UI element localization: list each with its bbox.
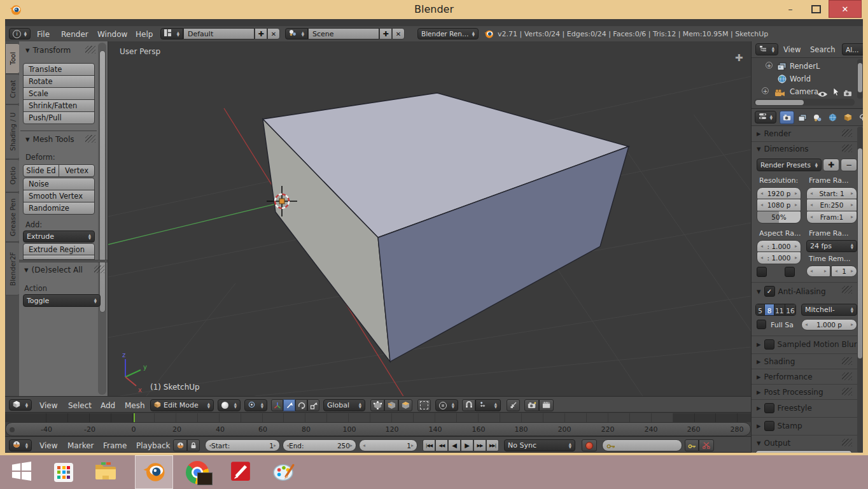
aspect-y-field[interactable]: ◂: 1.000▸ [757,252,801,264]
tab-options[interactable]: Optio [5,159,20,192]
pivot-point-dropdown[interactable]: ▲▼ [244,399,267,411]
aspect-x-field[interactable]: ◂: 1.000▸ [757,240,801,252]
menu-timeline-frame[interactable]: Frame [103,440,127,451]
panel-grip[interactable] [842,129,852,137]
toolshelf-scrollbar-thumb[interactable] [99,50,106,313]
outliner-hscrollbar[interactable] [754,99,855,106]
frame-step-field[interactable]: ◂Fram:1▸ [806,211,857,223]
aa-samples-8[interactable]: 8 [765,304,774,316]
file-explorer-button[interactable] [89,455,122,489]
frame-start-prop-field[interactable]: ◂Start: 1▸ [806,187,857,199]
expand-plus-icon[interactable]: + [766,62,773,69]
info-editor-type-button[interactable]: i ▲▼ [9,28,31,39]
outliner-item-label[interactable]: Camera [790,87,818,96]
increment-icon[interactable]: ▸ [350,443,353,448]
insert-keyframe-button[interactable] [685,439,699,451]
aa-filter-dropdown[interactable]: Mitchell- ▲▼ [801,304,857,316]
panel-header-freestyle[interactable]: ▶ Freestyle [757,403,812,413]
snap-target-button[interactable] [507,399,520,411]
anti-aliasing-checkbox[interactable]: ✓ [764,286,775,297]
crop-checkbox[interactable] [785,267,795,277]
resolution-y-field[interactable]: ◂1080 p▸ [757,199,801,211]
panel-grip[interactable] [842,145,852,152]
sketchup-taskbar-button[interactable] [221,455,260,489]
proportional-edit-dropdown[interactable]: ▲▼ [435,399,458,411]
outliner-item-label[interactable]: RenderL [790,62,820,71]
play-reverse-button[interactable]: ◀ [448,439,461,451]
properties-tab-scene[interactable] [810,111,825,124]
outliner-editor-type-button[interactable]: ▲▼ [755,43,778,55]
panel-grip[interactable] [842,357,852,365]
panel-header-performance[interactable]: ▶Performance [757,372,813,381]
aa-samples-11[interactable]: 11 [774,304,785,316]
panel-header-sampled-motion-blur[interactable]: ▶ Sampled Motion Blur [757,339,857,350]
outliner-row-world[interactable]: World [752,72,863,85]
resolution-x-field[interactable]: ◂1920 p▸ [757,187,801,199]
randomize-button[interactable]: Randomize [23,202,95,215]
viewport-3d[interactable]: z y x User Persp ✚ (1) SketchUp [108,41,751,396]
panel-header-anti-aliasing[interactable]: ▼ ✓ Anti-Aliasing [757,286,826,297]
expand-region-plus-icon[interactable]: ✚ [735,52,743,64]
panel-header-output[interactable]: ▼Output [757,439,790,448]
rotate-button[interactable]: Rotate [23,75,95,88]
outliner-menu-search[interactable]: Search [810,44,836,55]
preview-range-button[interactable] [173,439,187,451]
smooth-vertex-button[interactable]: Smooth Vertex [23,190,95,202]
action-dropdown[interactable]: Toggle ▲▼ [23,294,101,307]
aa-samples-16[interactable]: 16 [785,304,795,316]
manipulator-rotate-button[interactable] [295,399,307,411]
panel-header-render[interactable]: ▶Render [757,129,791,138]
add-layout-button[interactable]: ✚ [255,28,267,39]
transform-orientation-dropdown[interactable]: Global ▲▼ [323,399,365,411]
close-button[interactable]: ✕ [829,0,862,18]
manipulator-translate-button[interactable] [283,399,295,411]
add-scene-button[interactable]: ✚ [379,28,392,39]
manipulator-axis-button[interactable] [271,399,283,411]
time-remap-old-field[interactable]: ◂▸ [806,266,830,277]
keying-set-field[interactable] [602,439,682,451]
menu-window[interactable]: Window [97,29,127,40]
delete-scene-button[interactable]: ✕ [392,28,405,39]
full-sample-checkbox[interactable] [757,320,766,329]
menu-help[interactable]: Help [136,29,153,40]
manipulator-scale-button[interactable] [307,399,319,411]
outliner-row-renderlayers[interactable]: + RenderL [752,59,863,72]
slide-edge-button[interactable]: Slide Ed [23,164,59,177]
mode-dropdown[interactable]: Edit Mode ▲▼ [150,399,214,411]
panel-header-deselect-all[interactable]: ▼(De)select All [24,266,83,274]
menu-timeline-view[interactable]: View [39,440,57,451]
menu-mesh[interactable]: Mesh [125,400,145,411]
render-engine-dropdown[interactable]: Blender Render ▲▼ [417,28,479,39]
viewport-shading-dropdown[interactable]: ▲▼ [218,399,241,411]
increment-icon[interactable]: ▸ [274,443,276,448]
frame-end-prop-field[interactable]: ◂En:250▸ [806,199,857,211]
outliner-hscrollbar-thumb[interactable] [755,100,804,105]
properties-tab-object[interactable] [841,111,855,124]
properties-scrollbar[interactable] [857,127,863,453]
chrome-taskbar-button[interactable] [178,455,216,489]
properties-tab-constraints[interactable] [856,111,863,124]
operator-panel-divider[interactable] [19,260,108,262]
lock-time-button[interactable] [187,439,200,451]
play-button[interactable]: ▶ [461,439,473,451]
outliner-vscrollbar-thumb[interactable] [858,63,862,92]
outliner-row-camera[interactable]: + Camera [752,85,863,97]
scale-button[interactable]: Scale [23,87,95,100]
panel-grip[interactable] [842,372,852,380]
panel-header-transform[interactable]: ▼Transform [25,46,71,55]
panel-header-post-processing[interactable]: ▶Post Processing [757,388,823,397]
vertex-slide-button[interactable]: Vertex [59,164,95,177]
renderability-camera-icon[interactable] [843,87,853,99]
resolution-percent-slider[interactable]: 50% [757,211,801,223]
panel-grip[interactable] [842,439,852,446]
screen-layout-icon-button[interactable]: ▲▼ [160,28,183,39]
remove-preset-button[interactable]: − [841,159,857,171]
panel-header-dimensions[interactable]: ▼Dimensions [757,145,809,153]
current-frame-field[interactable]: ◂ 1 ▸ [359,439,417,451]
jump-to-start-button[interactable]: |◀◀ [423,439,435,451]
panel-grip[interactable] [85,135,95,143]
border-checkbox[interactable] [757,267,767,277]
increment-icon[interactable]: ▸ [411,443,414,448]
render-presets-dropdown[interactable]: Render Presets ▲▼ [757,159,822,171]
timeline-ruler[interactable]: -40-200204060801001201401601802002202402… [5,422,751,436]
